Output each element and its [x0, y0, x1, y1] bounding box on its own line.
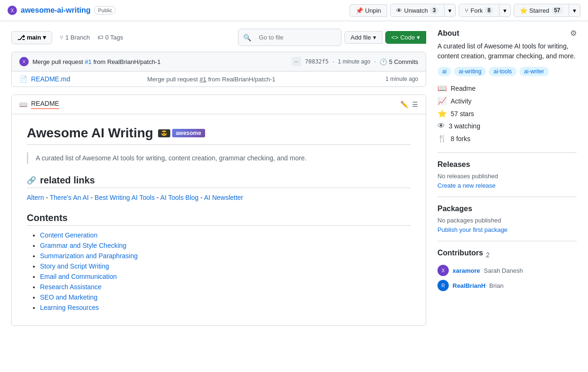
file-pr-link[interactable]: #1	[199, 76, 206, 83]
unwatch-group: 👁 Unwatch 3 ▾	[390, 4, 456, 17]
story-script-link[interactable]: Story and Script Writing	[40, 262, 109, 270]
list-item: SEO and Marketing	[40, 293, 411, 301]
contributor-xaramore[interactable]: X xaramore Sarah Danesh	[437, 265, 577, 276]
contributor-realbrianh[interactable]: R RealBrianH Brian	[437, 280, 577, 291]
edit-icon[interactable]: ✏️	[400, 101, 408, 108]
xaramore-username: xaramore	[453, 267, 480, 274]
fork-button[interactable]: ⑂ Fork 8	[459, 4, 500, 17]
activity-icon: 📈	[437, 96, 447, 105]
forks-stat[interactable]: 🍴 8 forks	[437, 132, 577, 145]
unpin-group: 📌 Unpin	[350, 4, 387, 17]
unpin-button[interactable]: 📌 Unpin	[350, 4, 387, 17]
xaramore-avatar: X	[437, 265, 449, 276]
file-table: X Merge pull request #1 from RealBrianH/…	[11, 52, 426, 87]
file-commit-msg: Merge pull request #1 from RealBrianH/pa…	[147, 76, 372, 83]
star-dropdown[interactable]: ▾	[569, 4, 580, 17]
stats-list: 📖 Readme 📈 Activity ⭐ 57 stars 👁 3 watch…	[437, 82, 577, 145]
search-bar: 🔍 t Add file ▾ <> Code ▾	[238, 29, 426, 46]
branch-bar-left: ⎇ main ▾ ⑂ 1 Branch 🏷 0 Tags	[11, 31, 123, 44]
realbrianh-fullname: Brian	[489, 282, 503, 289]
left-column: ⎇ main ▾ ⑂ 1 Branch 🏷 0 Tags	[11, 29, 426, 326]
eye-icon: 👁	[437, 122, 445, 130]
file-name-link[interactable]: README.md	[31, 75, 143, 83]
clock-icon: 🕐	[380, 58, 387, 65]
grammar-style-link[interactable]: Grammar and Style Checking	[40, 242, 127, 249]
tag-ai-writing[interactable]: ai-writing	[454, 67, 486, 76]
code-button-group: <> Code ▾	[385, 31, 426, 44]
realbrianh-username: RealBrianH	[453, 282, 485, 289]
tag-ai[interactable]: ai	[437, 67, 451, 76]
learning-resources-link[interactable]: Learning Resources	[40, 304, 99, 311]
chevron-down-icon: ▾	[373, 34, 376, 41]
sidebar-divider-1	[437, 152, 577, 153]
contributors-title: Contributors	[437, 249, 483, 257]
awesome-img-badge: awesome	[172, 129, 205, 137]
file-time: 1 minute ago	[376, 76, 418, 82]
tags-link[interactable]: 🏷 0 Tags	[97, 34, 123, 41]
ai-newsletter-link[interactable]: AI Newsletter	[204, 194, 243, 201]
packages-section: Packages No packages published Publish y…	[437, 205, 577, 233]
contributors-list: X xaramore Sarah Danesh R RealBrianH Bri…	[437, 265, 577, 291]
altern-link[interactable]: Altern	[27, 194, 44, 201]
star-group: ⭐ Starred 57 ▾	[514, 4, 580, 17]
stars-stat[interactable]: ⭐ 57 stars	[437, 107, 577, 120]
watching-stat[interactable]: 👁 3 watching	[437, 120, 577, 132]
list-item: Email and Communication	[40, 273, 411, 280]
theres-an-ai-link[interactable]: There's An AI	[50, 194, 89, 201]
branch-bar: ⎇ main ▾ ⑂ 1 Branch 🏷 0 Tags	[11, 29, 426, 46]
contributors-count: 2	[486, 251, 490, 259]
seo-marketing-link[interactable]: SEO and Marketing	[40, 293, 97, 301]
visibility-badge: Public	[94, 6, 116, 15]
pr-link[interactable]: #1	[85, 58, 91, 65]
publish-package-link[interactable]: Publish your first package	[437, 226, 508, 233]
branches-link[interactable]: ⑂ 1 Branch	[60, 34, 90, 41]
research-link[interactable]: Research Assistance	[40, 283, 102, 291]
gear-icon[interactable]: ⚙	[570, 29, 577, 38]
fork-dropdown[interactable]: ▾	[500, 4, 511, 17]
unwatch-dropdown[interactable]: ▾	[445, 4, 456, 17]
readme-actions: ✏️ ☰	[400, 101, 418, 108]
email-comm-link[interactable]: Email and Communication	[40, 273, 117, 280]
readme-blockquote: A curated list of Awesome AI tools for w…	[27, 152, 411, 164]
tag-icon: 🏷	[97, 34, 103, 41]
code-button[interactable]: <> Code ▾	[385, 31, 426, 44]
best-writing-ai-tools-link[interactable]: Best Writing AI Tools	[95, 194, 155, 201]
contributors-section: Contributors 2 X xaramore Sarah Danesh R…	[437, 249, 577, 291]
releases-title: Releases	[437, 160, 577, 169]
commit-meta: 70832f5 · 1 minute ago · 🕐 5 Commits	[305, 58, 418, 65]
topbar-actions: 📌 Unpin 👁 Unwatch 3 ▾ ⑂ Fork 8 ▾ ⭐	[350, 4, 580, 17]
about-description: A curated list of Awesome AI tools for w…	[437, 41, 577, 61]
topbar-left: X awesome-ai-writing Public	[8, 6, 346, 15]
commit-hash: 70832f5	[305, 58, 329, 65]
repo-name-link[interactable]: awesome-ai-writing	[21, 6, 90, 15]
separator: ·	[333, 58, 334, 65]
realbrianh-avatar: R	[437, 280, 449, 291]
summarization-link[interactable]: Summarization and Paraphrasing	[40, 252, 138, 260]
glasses-badge: 😎	[158, 129, 170, 137]
star-button[interactable]: ⭐ Starred 57	[514, 4, 569, 17]
about-section: About ⚙ A curated list of Awesome AI too…	[437, 29, 577, 145]
watch-count: 3	[430, 7, 439, 14]
content-generation-link[interactable]: Content Generation	[40, 231, 97, 239]
tag-ai-writer[interactable]: ai-writer	[519, 67, 549, 76]
tag-ai-tools[interactable]: ai-tools	[489, 67, 516, 76]
search-icon: 🔍	[243, 34, 251, 41]
ai-tools-blog-link[interactable]: AI Tools Blog	[160, 194, 199, 201]
chevron-down-icon: ▾	[43, 34, 46, 41]
create-release-link[interactable]: Create a new release	[437, 182, 496, 189]
goto-file-input[interactable]	[254, 32, 342, 43]
readme-stat[interactable]: 📖 Readme	[437, 82, 577, 95]
unwatch-button[interactable]: 👁 Unwatch 3	[390, 4, 445, 17]
packages-title: Packages	[437, 205, 577, 213]
more-options-icon[interactable]: ···	[292, 57, 301, 66]
related-links: Altern - There's An AI - Best Writing AI…	[27, 194, 411, 201]
add-file-button[interactable]: Add file ▾	[344, 31, 382, 44]
main-layout: ⎇ main ▾ ⑂ 1 Branch 🏷 0 Tags	[0, 21, 588, 333]
readme-heading: Awesome AI Writing 😎 awesome	[27, 126, 411, 145]
about-header: About ⚙	[437, 29, 577, 38]
table-row: 📄 README.md Merge pull request #1 from R…	[12, 71, 426, 87]
branch-selector[interactable]: ⎇ main ▾	[11, 31, 52, 44]
list-icon[interactable]: ☰	[412, 101, 418, 108]
activity-stat[interactable]: 📈 Activity	[437, 95, 577, 107]
commits-link[interactable]: 🕐 5 Commits	[380, 58, 418, 65]
